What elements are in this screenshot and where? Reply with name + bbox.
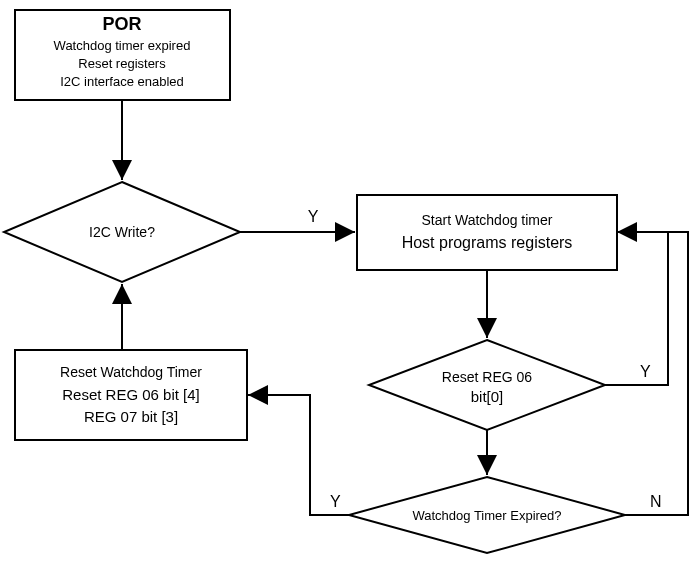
i2c-write-decision: I2C Write? bbox=[4, 182, 240, 282]
reset-reg06-line1: Reset REG 06 bbox=[442, 369, 532, 385]
svg-marker-3 bbox=[369, 340, 605, 430]
por-line2: Reset registers bbox=[78, 56, 166, 71]
svg-rect-2 bbox=[357, 195, 617, 270]
watchdog-expired-label: Watchdog Timer Expired? bbox=[412, 508, 561, 523]
i2c-write-label: I2C Write? bbox=[89, 224, 155, 240]
start-watchdog-line1: Start Watchdog timer bbox=[422, 212, 553, 228]
expired-edge-n: N bbox=[650, 493, 662, 510]
reset-watchdog-line1: Reset Watchdog Timer bbox=[60, 364, 202, 380]
reset-watchdog-line2: Reset REG 06 bit [4] bbox=[62, 386, 200, 403]
start-watchdog-line2: Host programs registers bbox=[402, 234, 573, 251]
reset-watchdog-line3: REG 07 bit [3] bbox=[84, 408, 178, 425]
start-watchdog-box: Start Watchdog timer Host programs regis… bbox=[357, 195, 617, 270]
reset-watchdog-box: Reset Watchdog Timer Reset REG 06 bit [4… bbox=[15, 350, 247, 440]
reset06-edge-y: Y bbox=[640, 363, 651, 380]
expired-edge-y: Y bbox=[330, 493, 341, 510]
por-line1: Watchdog timer expired bbox=[54, 38, 191, 53]
reset-reg06-decision: Reset REG 06 bit[0] bbox=[369, 340, 605, 430]
por-box: POR Watchdog timer expired Reset registe… bbox=[15, 10, 230, 100]
i2c-edge-y: Y bbox=[308, 208, 319, 225]
reset-reg06-line2: bit[0] bbox=[471, 388, 504, 405]
flowchart: POR Watchdog timer expired Reset registe… bbox=[0, 0, 695, 578]
por-line3: I2C interface enabled bbox=[60, 74, 184, 89]
por-title: POR bbox=[102, 14, 141, 34]
edge-expired-start bbox=[617, 232, 688, 515]
watchdog-expired-decision: Watchdog Timer Expired? bbox=[349, 477, 625, 553]
